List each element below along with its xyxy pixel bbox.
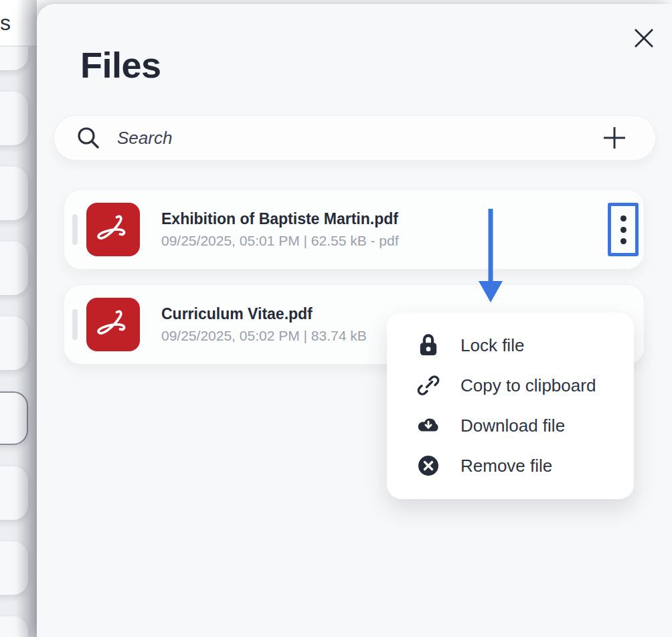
file-context-menu: Lock file Copy to clipboard <box>387 312 634 499</box>
menu-item-label: Remove file <box>460 456 552 476</box>
files-panel: Files Exhibition of Baptiste Martin.pdf <box>37 4 672 637</box>
background-card <box>0 242 28 295</box>
file-row[interactable]: Exhibition of Baptiste Martin.pdf 09/25/… <box>64 189 645 270</box>
menu-item-lock-file[interactable]: Lock file <box>387 325 634 365</box>
file-name: Exhibition of Baptiste Martin.pdf <box>161 210 644 228</box>
search-icon <box>76 125 101 151</box>
pdf-icon <box>86 298 140 351</box>
pdf-icon <box>86 203 140 256</box>
search-bar <box>54 115 656 161</box>
close-button[interactable] <box>628 23 659 54</box>
cloud-download-icon <box>416 416 440 435</box>
file-menu-button[interactable] <box>608 203 639 256</box>
search-input[interactable] <box>117 128 602 149</box>
background-card <box>0 92 28 145</box>
menu-item-remove-file[interactable]: Remove file <box>387 446 634 486</box>
menu-item-label: Download file <box>460 416 565 436</box>
background-page <box>0 0 37 637</box>
page-title: Files <box>80 44 161 86</box>
kebab-icon <box>620 238 626 244</box>
file-meta: 09/25/2025, 05:01 PM | 62.55 kB - pdf <box>161 233 644 249</box>
lock-icon <box>416 333 440 357</box>
menu-item-label: Copy to clipboard <box>460 375 596 396</box>
drag-handle[interactable] <box>72 309 78 340</box>
kebab-icon <box>620 215 626 221</box>
link-icon <box>416 374 440 397</box>
add-file-button[interactable] <box>602 125 627 151</box>
background-card <box>0 541 28 595</box>
background-header: s <box>0 0 37 47</box>
menu-item-download-file[interactable]: Download file <box>387 405 634 446</box>
remove-icon <box>416 455 440 476</box>
background-card <box>0 466 28 520</box>
background-card-selected <box>0 391 28 445</box>
kebab-icon <box>620 227 626 233</box>
menu-item-copy-to-clipboard[interactable]: Copy to clipboard <box>387 365 634 405</box>
background-card <box>0 167 28 220</box>
drag-handle[interactable] <box>72 214 78 245</box>
plus-icon <box>602 125 627 151</box>
menu-item-label: Lock file <box>460 335 524 356</box>
background-card <box>0 316 28 370</box>
close-icon <box>631 25 657 51</box>
background-card <box>0 616 28 637</box>
file-info: Exhibition of Baptiste Martin.pdf 09/25/… <box>161 210 644 249</box>
background-partial-text: s <box>0 11 11 35</box>
